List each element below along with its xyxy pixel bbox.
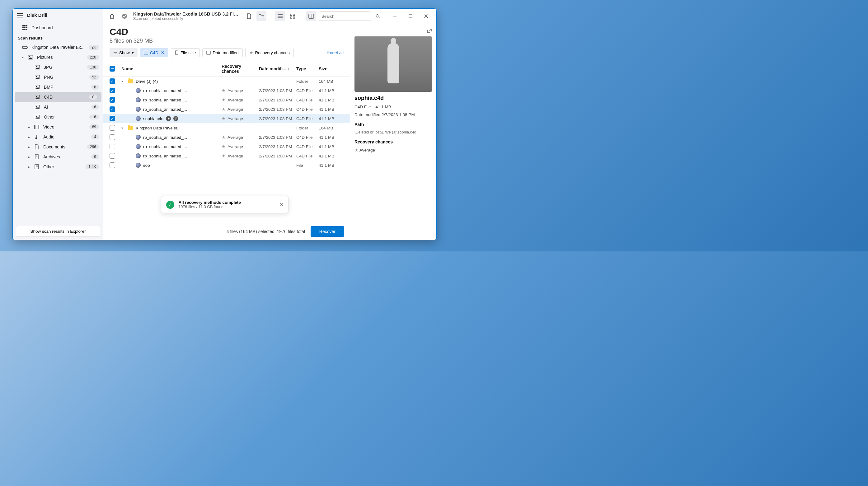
file-row[interactable]: ✓ rp_sophia_animated_... ★Average 2/7/20… <box>103 86 350 95</box>
nav-other[interactable]: Other 16 <box>13 112 103 122</box>
popout-icon[interactable] <box>427 28 432 33</box>
nav-bmp[interactable]: BMP 8 <box>13 82 103 92</box>
row-type: C4D File <box>296 154 319 158</box>
filter-datemod[interactable]: Date modified <box>202 48 243 57</box>
nav-audio[interactable]: ▸ Audio 4 <box>13 132 103 142</box>
count-badge: 16 <box>89 115 99 120</box>
detail-date: Date modified 2/7/2023 1:08 PM <box>354 112 432 117</box>
footer-bar: 4 files (164 MB) selected, 1976 files to… <box>103 223 350 240</box>
star-icon: ★ <box>222 97 226 102</box>
row-checkbox[interactable] <box>110 162 115 168</box>
svg-point-27 <box>35 137 37 139</box>
nav-dashboard[interactable]: Dashboard <box>13 23 103 33</box>
file-row[interactable]: ✓ rp_sophia_animated_... ★Average 2/7/20… <box>103 104 350 114</box>
page-title: C4D <box>110 27 344 37</box>
row-name: rp_sophia_animated_... <box>143 135 187 140</box>
folder-row[interactable]: ▾ Kingston DataTraveler... Folder 164 MB <box>103 123 350 133</box>
remove-filter-icon[interactable]: ✕ <box>161 50 165 55</box>
file-row[interactable]: ✓ sophia.c4d 👁# ★Average 2/7/2023 1:08 P… <box>103 114 350 123</box>
chevron-down-icon[interactable]: ▾ <box>121 126 126 130</box>
row-checkbox[interactable] <box>110 144 115 149</box>
detail-pane-toggle-icon[interactable] <box>306 11 316 21</box>
row-checkbox[interactable]: ✓ <box>110 106 115 112</box>
star-icon: ★ <box>222 135 226 140</box>
detail-type-size: C4D File – 41.1 MB <box>354 104 432 109</box>
svg-rect-7 <box>24 29 26 30</box>
row-checkbox[interactable]: ✓ <box>110 116 115 121</box>
toast-close-icon[interactable]: ✕ <box>279 202 283 207</box>
nav-png[interactable]: PNG 52 <box>13 72 103 82</box>
star-icon: ★ <box>222 107 226 112</box>
recover-button[interactable]: Recover <box>311 226 344 237</box>
column-size[interactable]: Size <box>319 66 344 71</box>
row-type: C4D File <box>296 107 319 112</box>
close-button[interactable] <box>420 11 433 21</box>
nav-documents[interactable]: ▸ Documents 296 <box>13 142 103 152</box>
c4d-file-icon <box>136 153 141 158</box>
row-checkbox[interactable]: ✓ <box>110 97 115 103</box>
search-field[interactable] <box>321 14 374 19</box>
filter-chip-c4d[interactable]: C4D ✕ <box>140 48 168 57</box>
column-recovery[interactable]: Recovery chances <box>222 64 259 74</box>
nav-pictures[interactable]: ▾ Pictures 220 <box>13 52 103 62</box>
select-all-checkbox[interactable] <box>110 66 115 71</box>
column-date[interactable]: Date modifi... ↓ <box>259 66 296 71</box>
grid-view-icon[interactable] <box>287 11 298 21</box>
file-row[interactable]: ✓ rp_sophia_animated_... ★Average 2/7/20… <box>103 95 350 104</box>
row-checkbox[interactable] <box>110 153 115 159</box>
svg-rect-5 <box>26 27 27 28</box>
reset-all-link[interactable]: Reset all <box>327 50 344 55</box>
row-name: sophia.c4d <box>143 117 163 121</box>
list-view-icon[interactable] <box>275 11 285 21</box>
star-icon: ★ <box>222 153 226 158</box>
row-type: C4D File <box>296 98 319 102</box>
image-icon <box>35 75 40 79</box>
minimize-button[interactable] <box>389 11 401 21</box>
folder-view-icon[interactable] <box>256 11 267 21</box>
chevron-down-icon[interactable]: ▾ <box>121 79 126 83</box>
search-input[interactable] <box>319 11 371 21</box>
row-checkbox[interactable]: ✓ <box>110 88 115 93</box>
nav-archives[interactable]: ▸ Archives 9 <box>13 152 103 162</box>
show-in-explorer-button[interactable]: Show scan results in Explorer <box>16 226 100 237</box>
home-icon[interactable] <box>107 11 117 21</box>
nav-other[interactable]: ▸ Other 1.4K <box>13 162 103 172</box>
file-row[interactable]: rp_sophia_animated_... ★Average 2/7/2023… <box>103 142 350 151</box>
row-size: 164 MB <box>319 79 344 84</box>
nav-ai[interactable]: AI 6 <box>13 102 103 112</box>
count-badge: 6 <box>91 104 99 109</box>
eye-icon[interactable]: 👁 <box>166 116 171 121</box>
nav-jpg[interactable]: JPG 130 <box>13 62 103 72</box>
nav-video[interactable]: ▸ Video 89 <box>13 122 103 132</box>
chevron-down-icon: ▾ <box>132 50 134 55</box>
maximize-button[interactable] <box>404 11 417 21</box>
svg-point-19 <box>36 96 37 97</box>
row-checkbox[interactable] <box>110 125 115 131</box>
nav-c4d[interactable]: C4D 8 <box>14 92 101 102</box>
hamburger-icon[interactable] <box>17 13 23 18</box>
check-circle-icon[interactable] <box>120 11 129 21</box>
nav-drive[interactable]: Kingston DataTraveler Ex... 2K <box>13 42 103 52</box>
toast-subtitle: 1976 files / 11.3 GB found <box>179 205 275 209</box>
file-view-icon[interactable] <box>244 11 254 21</box>
row-checkbox[interactable] <box>110 134 115 140</box>
column-name[interactable]: Name <box>119 66 222 71</box>
show-dropdown[interactable]: ☰ Show ▾ <box>110 48 137 57</box>
detail-path: \Deleted or lost\Drive (J)\sophia.c4d <box>354 130 432 134</box>
toast-title: All recovery methods complete <box>179 200 275 205</box>
svg-rect-0 <box>23 25 24 27</box>
count-badge: 130 <box>87 65 99 70</box>
file-row[interactable]: rp_sophia_animated_... ★Average 2/7/2023… <box>103 133 350 142</box>
row-checkbox[interactable]: ✓ <box>110 78 115 84</box>
hash-icon[interactable]: # <box>173 116 178 121</box>
file-row[interactable]: sop File 41.1 MB <box>103 161 350 170</box>
star-icon: ★ <box>222 144 226 149</box>
folder-row[interactable]: ✓ ▾ Drive (J) (4) Folder 164 MB <box>103 76 350 86</box>
image-icon <box>28 55 33 59</box>
filter-recchances[interactable]: ★ Recovery chances <box>245 48 294 57</box>
archives-icon <box>34 154 39 159</box>
filter-filesize[interactable]: File size <box>171 48 200 57</box>
column-type[interactable]: Type <box>296 66 319 71</box>
file-row[interactable]: rp_sophia_animated_... ★Average 2/7/2023… <box>103 151 350 161</box>
row-size: 41.1 MB <box>319 98 344 102</box>
